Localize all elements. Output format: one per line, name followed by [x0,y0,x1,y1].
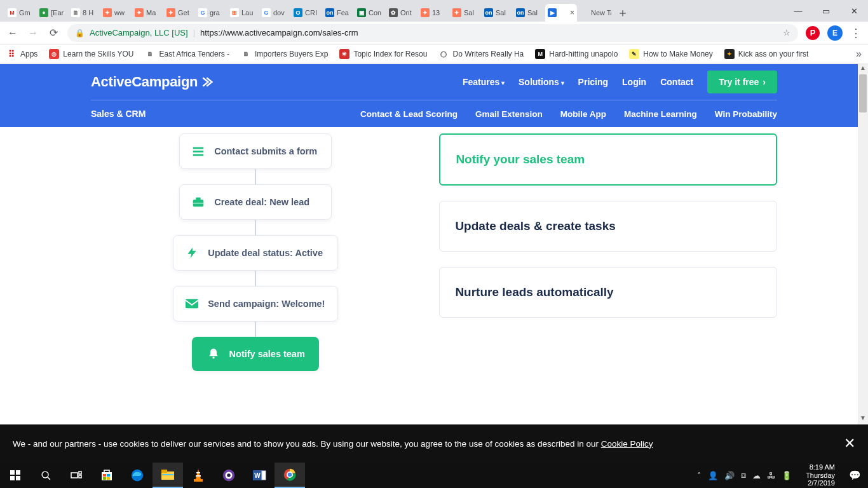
tab-title: Sal [496,9,506,17]
card-update-deals[interactable]: Update deals & create tasks [439,201,777,252]
bookmark-item[interactable]: ✦Kick ass on your first [724,49,809,59]
favicon: 🗎 [71,8,80,17]
browser-tab[interactable]: 🗎8 H [69,4,100,22]
page-viewport: ActiveCampaign Features Solutions Pricin… [0,64,868,424]
bookmark-favicon: 🗎 [146,49,156,59]
scroll-up-icon[interactable]: ▲ [858,64,868,74]
window-minimize[interactable]: — [784,0,812,22]
taskbar-explorer-icon[interactable] [153,463,183,488]
try-free-button[interactable]: Try it free › [707,71,777,93]
browser-tab[interactable]: ▣Con [355,4,386,22]
bookmarks-overflow-icon[interactable]: » [856,48,862,60]
bookmark-item[interactable]: ✎How to Make Money [629,49,712,59]
card-notify-sales[interactable]: Notify your sales team [439,133,777,186]
subnav-gmail[interactable]: Gmail Extension [475,109,543,119]
nav-solutions[interactable]: Solutions [519,77,564,87]
svg-rect-34 [262,471,266,480]
browser-tab[interactable]: Ggra [196,4,227,22]
browser-tab[interactable]: MGm [5,4,37,22]
close-icon[interactable]: × [570,8,574,17]
bookmark-item[interactable]: ✳Topic Index for Resou [339,49,427,59]
taskbar-vlc-icon[interactable] [183,463,214,488]
primary-nav: Features Solutions Pricing Login Contact… [463,71,777,93]
svg-point-31 [227,473,231,477]
back-button[interactable]: ← [6,27,19,39]
browser-tab[interactable]: Gdov [259,4,291,22]
page-scrollbar[interactable]: ▲ ▼ [858,64,868,424]
bookmark-star-icon[interactable]: ☆ [783,28,790,37]
svg-rect-28 [196,475,201,477]
site-logo[interactable]: ActiveCampaign [91,74,213,90]
address-bar[interactable]: 🔒 ActiveCampaign, LLC [US] | https://www… [67,24,798,42]
taskbar-firefox-icon[interactable] [214,463,244,488]
dropbox-icon[interactable]: ⧈ [741,470,746,480]
tab-title: Sal [527,9,538,17]
bookmark-favicon: ✦ [724,49,735,59]
window-maximize[interactable]: ▭ [812,0,840,22]
browser-tab[interactable]: ✦Get [164,4,196,22]
svg-rect-25 [162,474,173,475]
apps-button[interactable]: ⠿ Apps [6,49,37,59]
nav-contact[interactable]: Contact [660,77,693,87]
browser-tab[interactable]: ✦13 [418,4,450,22]
browser-tab[interactable]: onFea [323,4,355,22]
subnav-win[interactable]: Win Probability [715,109,777,119]
cookie-close-button[interactable]: ✕ [844,435,855,452]
bookmark-item[interactable]: ◯Do Writers Really Ha [438,49,524,59]
taskbar-store-icon[interactable] [92,463,122,488]
start-button[interactable] [0,463,31,488]
bookmark-item[interactable]: MHard-hitting unapolo [535,49,618,59]
tab-title: Sal [464,9,474,17]
browser-tab[interactable]: onSal [482,4,513,22]
browser-tab[interactable]: OCRI [291,4,323,22]
onedrive-icon[interactable]: ☁ [752,471,761,480]
cookie-policy-link[interactable]: Cookie Policy [601,439,653,449]
browser-tab[interactable]: ⊞Lau [227,4,259,22]
search-button[interactable] [31,463,61,488]
scrollbar-thumb[interactable] [859,74,867,112]
battery-icon[interactable]: 🔋 [782,471,792,480]
bookmark-item[interactable]: 🗎East Africa Tenders - [146,49,230,59]
browser-toolbar: ← → ⟳ 🔒 ActiveCampaign, LLC [US] | https… [0,22,868,44]
browser-tab[interactable]: ✦ww [100,4,132,22]
favicon: ✦ [166,8,175,17]
browser-tab[interactable]: New Ta [577,4,614,22]
bookmark-item[interactable]: ◎Learn the Skills YOU [49,49,133,59]
reload-button[interactable]: ⟳ [47,27,60,39]
browser-tab-active[interactable]: ▶× [545,4,577,22]
nav-login[interactable]: Login [622,77,646,87]
taskbar-clock[interactable]: 8:19 AM Thursday 2/7/2019 [799,463,841,487]
browser-tab[interactable]: ●[Ear [37,4,69,22]
nav-pricing[interactable]: Pricing [578,77,608,87]
action-center-icon[interactable]: 💬 [841,470,868,481]
browser-tab[interactable]: ✦Sal [450,4,482,22]
window-close[interactable]: ✕ [840,0,868,22]
system-tray[interactable]: ˄ 👤 🔊 ⧈ ☁ 🖧 🔋 [697,470,799,480]
subnav-scoring[interactable]: Contact & Lead Scoring [360,109,458,119]
profile-avatar[interactable]: E [827,25,843,41]
taskbar-edge-icon[interactable] [122,463,153,488]
browser-titlebar: MGm●[Ear🗎8 H✦ww✦Ma✦GetGgra⊞LauGdovOCRIon… [0,0,868,22]
browser-tab[interactable]: ✿Ont [386,4,418,22]
newtab-button[interactable]: ＋ [614,4,632,22]
task-view-button[interactable] [61,463,92,488]
chrome-menu-icon[interactable]: ⋮ [850,26,862,40]
people-icon[interactable]: 👤 [708,471,718,480]
taskbar-word-icon[interactable]: W [244,463,275,488]
tray-chevron-up-icon[interactable]: ˄ [697,471,702,480]
subnav-ml[interactable]: Machine Learning [624,109,697,119]
card-nurture-leads[interactable]: Nurture leads automatically [439,267,777,318]
pinterest-extension-icon[interactable]: P [806,26,820,40]
browser-tab[interactable]: onSal [513,4,545,22]
taskbar-chrome-icon[interactable] [275,463,305,488]
nav-features[interactable]: Features [463,77,505,87]
scroll-down-icon[interactable]: ▼ [858,414,868,424]
network-icon[interactable]: 🖧 [767,471,775,480]
speaker-icon[interactable]: 🔊 [724,471,735,480]
cookie-consent-bar: We - and our partners - use cookies to d… [0,424,868,463]
bookmark-item[interactable]: 🗎Importers Buyers Exp [241,49,328,59]
browser-tab[interactable]: ✦Ma [132,4,164,22]
logo-chevron-icon [201,76,213,88]
forward-button[interactable]: → [27,27,39,39]
subnav-mobile[interactable]: Mobile App [560,109,606,119]
